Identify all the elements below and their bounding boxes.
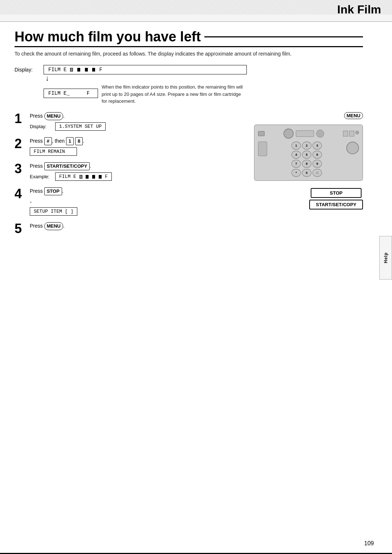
step-4-display-box: SETUP ITEM [ ] xyxy=(30,207,77,216)
key-1-button-step2[interactable]: 1 xyxy=(66,137,74,145)
step-1-press-label: Press xyxy=(30,113,43,119)
device-dial-2 xyxy=(316,130,324,138)
start-device-button[interactable]: START/SET/COPY xyxy=(309,200,363,209)
device-small-dial xyxy=(355,131,359,134)
device-card-slot-2 xyxy=(349,131,354,137)
device-card-slot xyxy=(343,131,348,137)
menu-button-step1[interactable]: MENU xyxy=(44,112,63,120)
step-3-content: Press START/SET/COPY. Example: FILM E F xyxy=(30,162,243,181)
title-underline xyxy=(204,36,363,37)
key-4[interactable]: 4 xyxy=(291,151,301,159)
stop-button-step4[interactable]: STOP xyxy=(44,187,62,195)
display-box-2-f: F xyxy=(87,90,90,96)
header-texture xyxy=(0,0,392,15)
key-6[interactable]: 6 xyxy=(313,151,322,159)
step-3-press-label: Press xyxy=(30,163,43,169)
step-2-content: Press #, then 1 8. FILM REMAIN xyxy=(30,137,243,156)
step-3-display-label: Example: xyxy=(30,174,52,179)
step-4-display: SETUP ITEM [ ] xyxy=(30,207,243,216)
device-right-controls xyxy=(343,131,359,137)
key-3[interactable]: 3 xyxy=(313,142,322,150)
step-4-content: Press STOP. · SETUP ITEM [ ] xyxy=(30,187,243,216)
page-number: 109 xyxy=(364,540,374,547)
film-indicator-description: When the film indicator points to this p… xyxy=(102,82,247,105)
step-3-number: 3 xyxy=(15,162,25,175)
step-4-instruction: Press STOP. xyxy=(30,187,243,195)
page-title-text: How much film you have left xyxy=(15,29,201,45)
key-7[interactable]: 7 xyxy=(291,160,301,168)
film-indicator-filled xyxy=(70,67,99,73)
step-5-content: Press MENU. xyxy=(30,222,243,232)
page-header: Ink Film xyxy=(0,0,392,22)
device-top-controls xyxy=(258,129,359,139)
help-label: Help xyxy=(383,252,388,263)
display-row-2: FILM E_ F When the film indicator points… xyxy=(44,82,247,105)
device-action-buttons: STOP START/SET/COPY xyxy=(309,188,363,209)
step-2-instruction: Press #, then 1 8. xyxy=(30,137,243,145)
step-3-display-box: FILM E F xyxy=(55,172,112,181)
hash-button-step2[interactable]: # xyxy=(44,137,52,145)
key-8-button-step2[interactable]: 8 xyxy=(75,137,83,145)
section-title-text: Ink Film xyxy=(337,3,381,16)
device-dial-1 xyxy=(283,129,294,139)
step-1: 1 Press MENU. Display: 1.SYSTEM SET UP xyxy=(15,112,243,131)
step-4-number: 4 xyxy=(15,187,25,200)
step-5-instruction: Press MENU. xyxy=(30,222,243,230)
device-slot xyxy=(258,131,265,136)
display-f-end: F xyxy=(99,67,102,73)
key-9[interactable]: 9 xyxy=(313,160,322,168)
step-3: 3 Press START/SET/COPY. Example: FILM E xyxy=(15,162,243,181)
device-big-dial xyxy=(346,142,359,154)
device-side-panel xyxy=(258,142,267,156)
step-1-display: Display: 1.SYSTEM SET UP xyxy=(30,122,243,131)
arrow-down: ↓ xyxy=(45,74,247,82)
menu-device-label: MENU xyxy=(344,112,363,119)
step-2-press-label: Press xyxy=(30,138,43,144)
step-1-display-label: Display: xyxy=(30,124,52,129)
menu-button-step5[interactable]: MENU xyxy=(44,222,63,230)
description-text: To check the amount of remaining film, p… xyxy=(15,50,363,58)
step-2-display-box: FILM REMAIN xyxy=(30,147,77,156)
steps-area: 1 Press MENU. Display: 1.SYSTEM SET UP 2 xyxy=(15,112,363,242)
device-area: MENU xyxy=(250,112,363,242)
device-left-middle xyxy=(258,142,267,156)
step-1-instruction: Press MENU. xyxy=(30,112,243,120)
display-box-2-text: FILM E_ xyxy=(48,90,70,96)
display-label: Display: xyxy=(15,65,38,73)
key-star[interactable]: * xyxy=(291,169,301,177)
step-1-content: Press MENU. Display: 1.SYSTEM SET UP xyxy=(30,112,243,131)
step-3-display: Example: FILM E F xyxy=(30,172,243,181)
device-keypad: 1 2 3 4 5 6 7 8 9 * 0 □ xyxy=(291,142,322,177)
device-body: 1 2 3 4 5 6 7 8 9 * 0 □ xyxy=(254,125,363,181)
page-title: How much film you have left xyxy=(15,29,363,47)
key-1[interactable]: 1 xyxy=(291,142,301,150)
stop-device-button[interactable]: STOP xyxy=(311,188,362,198)
start-set-copy-button-step3[interactable]: START/SET/COPY xyxy=(44,162,90,170)
device-center-controls xyxy=(283,129,324,139)
device-middle: 1 2 3 4 5 6 7 8 9 * 0 □ xyxy=(258,142,359,177)
key-5[interactable]: 5 xyxy=(302,151,311,159)
device-right-middle xyxy=(346,142,359,154)
display-section: Display: FILM E F ↓ FILM E_ F xyxy=(15,65,363,105)
step-3-instruction: Press START/SET/COPY. xyxy=(30,162,243,170)
key-8[interactable]: 8 xyxy=(302,160,311,168)
main-content: How much film you have left To check the… xyxy=(0,22,377,256)
step-5-press-label: Press xyxy=(30,223,43,229)
display-box-2: FILM E_ F xyxy=(44,89,98,98)
step-2: 2 Press #, then 1 8. FILM REMAIN xyxy=(15,137,243,156)
menu-label-area: MENU xyxy=(344,112,363,119)
key-2[interactable]: 2 xyxy=(302,142,311,150)
example-bar-1 xyxy=(79,175,82,179)
step-5-number: 5 xyxy=(15,222,25,235)
step-4-press-label: Press xyxy=(30,188,43,194)
display-box-1: FILM E F xyxy=(44,65,247,74)
step-4-dot: · xyxy=(30,197,32,205)
device-left-controls xyxy=(258,131,265,136)
key-0[interactable]: 0 xyxy=(302,169,311,177)
key-hash[interactable]: □ xyxy=(313,169,322,177)
step-2-number: 2 xyxy=(15,137,25,150)
step-5: 5 Press MENU. xyxy=(15,222,243,235)
example-bar-2 xyxy=(86,175,89,179)
example-bar-4 xyxy=(99,175,102,179)
steps-list: 1 Press MENU. Display: 1.SYSTEM SET UP 2 xyxy=(15,112,243,242)
